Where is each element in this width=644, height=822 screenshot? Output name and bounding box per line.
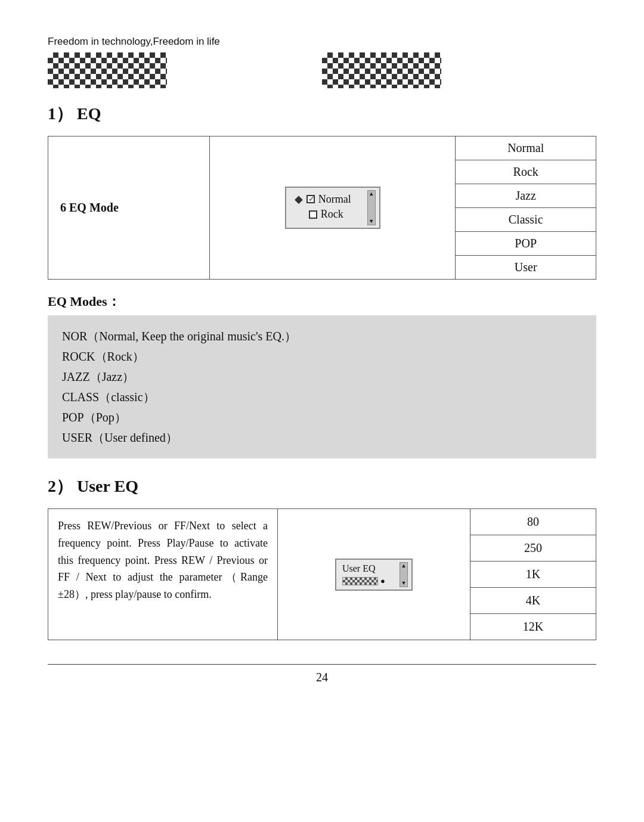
freq-1k[interactable]: 1K xyxy=(470,562,596,588)
user-eq-options-cell: 80 250 1K 4K 12K xyxy=(470,509,596,640)
user-eq-scrollbar[interactable] xyxy=(400,562,408,587)
header-logos xyxy=(48,52,596,88)
user-eq-widget-box[interactable]: User EQ ● xyxy=(335,559,413,591)
eq-scrollbar[interactable] xyxy=(367,190,376,225)
rock-label: Rock xyxy=(321,208,343,221)
eq-mode-pop: POP（Pop） xyxy=(62,407,582,427)
eq-options-cell: Normal Rock Jazz Classic POP User xyxy=(456,137,596,280)
eq-widget-row2: Rock xyxy=(295,208,371,221)
eq-option-normal[interactable]: Normal xyxy=(456,137,596,160)
freq-250[interactable]: 250 xyxy=(470,535,596,562)
diamond-icon: ◆ xyxy=(295,193,303,206)
page-footer: 24 xyxy=(48,664,596,684)
eq-option-classic[interactable]: Classic xyxy=(456,208,596,232)
user-eq-widget-cell: User EQ ● xyxy=(277,509,470,640)
eq-mode-nor: NOR（Normal, Keep the original music's EQ… xyxy=(62,326,582,346)
user-eq-widget-row: ● xyxy=(342,576,405,586)
eq-mode-table: 6 EQ Mode ◆ Normal Rock xyxy=(48,136,596,280)
freq-12k[interactable]: 12K xyxy=(470,614,596,640)
eq-option-user[interactable]: User xyxy=(456,256,596,279)
eq-widget-cell: ◆ Normal Rock xyxy=(209,137,455,280)
user-eq-table: Press REW/Previous or FF/Next to select … xyxy=(48,508,596,640)
freq-80[interactable]: 80 xyxy=(470,509,596,535)
eq-modes-box: NOR（Normal, Keep the original music's EQ… xyxy=(48,315,596,458)
eq-mode-user: USER（User defined） xyxy=(62,427,582,448)
section1-heading: 1） EQ xyxy=(48,103,596,125)
freq-options-list: 80 250 1K 4K 12K xyxy=(470,509,596,640)
user-eq-desc: Press REW/Previous or FF/Next to select … xyxy=(48,509,278,640)
eq-modes-heading: EQ Modes： xyxy=(48,293,596,311)
eq-widget-box[interactable]: ◆ Normal Rock xyxy=(285,187,380,229)
page-number: 24 xyxy=(316,671,328,684)
eq-mode-label: 6 EQ Mode xyxy=(48,137,210,280)
user-eq-widget-label: User EQ xyxy=(342,563,405,574)
normal-checkbox[interactable] xyxy=(306,195,315,203)
freq-4k[interactable]: 4K xyxy=(470,588,596,614)
normal-label: Normal xyxy=(318,193,351,206)
rock-checkbox[interactable] xyxy=(309,210,317,219)
logo-right xyxy=(322,52,441,88)
eq-mode-rock: ROCK（Rock） xyxy=(62,346,582,367)
eq-options-list: Normal Rock Jazz Classic POP User xyxy=(456,137,596,279)
user-eq-pattern xyxy=(342,577,378,585)
section2-heading: 2） User EQ xyxy=(48,475,596,498)
header-tagline: Freedom in technology,Freedom in life xyxy=(48,36,596,48)
eq-option-jazz[interactable]: Jazz xyxy=(456,184,596,208)
eq-mode-jazz: JAZZ（Jazz） xyxy=(62,367,582,387)
user-eq-dot: ● xyxy=(380,576,385,586)
logo-left xyxy=(48,52,167,88)
eq-option-pop[interactable]: POP xyxy=(456,232,596,256)
eq-option-rock[interactable]: Rock xyxy=(456,160,596,184)
eq-widget-row1: ◆ Normal xyxy=(295,193,371,206)
eq-mode-class: CLASS（classic） xyxy=(62,387,582,407)
